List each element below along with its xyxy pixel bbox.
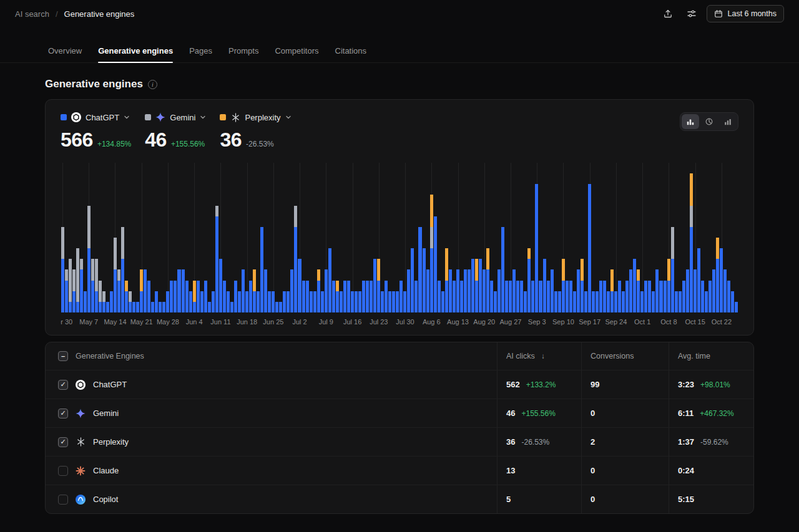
bar[interactable]: [99, 163, 102, 312]
bar[interactable]: [603, 163, 606, 312]
bar[interactable]: [426, 163, 429, 312]
bar[interactable]: [599, 163, 602, 312]
bar[interactable]: [106, 163, 109, 312]
bar[interactable]: [238, 163, 241, 312]
bar[interactable]: [234, 163, 237, 312]
engine-selector-perplexity[interactable]: Perplexity: [220, 112, 291, 122]
bar[interactable]: [290, 163, 293, 312]
bar[interactable]: [313, 163, 316, 312]
bar[interactable]: [577, 163, 580, 312]
bar[interactable]: [607, 163, 610, 312]
bar[interactable]: [125, 163, 128, 312]
bar[interactable]: [310, 163, 313, 312]
tab-generative-engines[interactable]: Generative engines: [98, 41, 173, 62]
bar[interactable]: [490, 163, 493, 312]
bar[interactable]: [640, 163, 644, 312]
bar[interactable]: [136, 163, 139, 312]
claude-checkbox[interactable]: [58, 466, 68, 476]
bar[interactable]: [633, 163, 636, 312]
tab-overview[interactable]: Overview: [48, 41, 82, 62]
donut-chart-toggle[interactable]: [700, 114, 718, 129]
bar[interactable]: [652, 163, 655, 312]
bar[interactable]: [625, 163, 629, 312]
bar[interactable]: [655, 163, 659, 312]
bar[interactable]: [535, 163, 538, 312]
bar[interactable]: [460, 163, 463, 312]
bar[interactable]: [396, 163, 399, 312]
filters-button[interactable]: [683, 5, 700, 22]
tab-competitors[interactable]: Competitors: [275, 41, 318, 62]
bar[interactable]: [483, 163, 486, 312]
bar[interactable]: [84, 163, 87, 312]
bar[interactable]: [694, 163, 697, 312]
bar[interactable]: [501, 163, 504, 312]
bar[interactable]: [242, 163, 245, 312]
avg-time-column-header[interactable]: Avg. time: [669, 342, 753, 370]
bar[interactable]: [471, 163, 474, 312]
bar[interactable]: [212, 163, 215, 312]
bar[interactable]: [581, 163, 584, 312]
bar[interactable]: [675, 163, 678, 312]
bar[interactable]: [283, 163, 286, 312]
bar[interactable]: [667, 163, 670, 312]
bar[interactable]: [671, 163, 674, 312]
bar[interactable]: [637, 163, 640, 312]
bar[interactable]: [80, 163, 83, 312]
bar[interactable]: [121, 163, 124, 312]
bar[interactable]: [362, 163, 365, 312]
bar[interactable]: [110, 163, 113, 312]
bar[interactable]: [204, 163, 207, 312]
bar[interactable]: [414, 163, 418, 312]
bar[interactable]: [697, 163, 700, 312]
bar[interactable]: [659, 163, 662, 312]
bar[interactable]: [407, 163, 410, 312]
bar[interactable]: [453, 163, 456, 312]
bar[interactable]: [505, 163, 508, 312]
bar[interactable]: [272, 163, 275, 312]
bar[interactable]: [373, 163, 376, 312]
chatgpt-checkbox[interactable]: [58, 380, 68, 390]
bar[interactable]: [294, 163, 297, 312]
bar[interactable]: [189, 163, 192, 312]
stacked-bar-chart-toggle[interactable]: [682, 114, 699, 129]
bar[interactable]: [351, 163, 354, 312]
bar[interactable]: [385, 163, 388, 312]
bar[interactable]: [287, 163, 290, 312]
bar[interactable]: [479, 163, 482, 312]
bar[interactable]: [325, 163, 328, 312]
engine-selector-chatgpt[interactable]: ChatGPT: [61, 112, 131, 122]
bar[interactable]: [569, 163, 572, 312]
bar[interactable]: [76, 163, 79, 312]
bar[interactable]: [686, 163, 689, 312]
gemini-checkbox[interactable]: [58, 409, 68, 418]
bar[interactable]: [182, 163, 185, 312]
bar[interactable]: [223, 163, 226, 312]
bar[interactable]: [162, 163, 165, 312]
bar[interactable]: [170, 163, 173, 312]
bar[interactable]: [219, 163, 222, 312]
bar[interactable]: [596, 163, 599, 312]
bar[interactable]: [102, 163, 105, 312]
bar[interactable]: [731, 163, 734, 312]
bar[interactable]: [87, 163, 91, 312]
bar[interactable]: [302, 163, 305, 312]
bar[interactable]: [494, 163, 497, 312]
bar[interactable]: [723, 163, 727, 312]
bar[interactable]: [400, 163, 403, 312]
bar[interactable]: [321, 163, 324, 312]
bar[interactable]: [392, 163, 395, 312]
bar[interactable]: [230, 163, 233, 312]
bar[interactable]: [208, 163, 211, 312]
bar[interactable]: [524, 163, 527, 312]
bar[interactable]: [366, 163, 369, 312]
bar[interactable]: [69, 163, 72, 312]
bar[interactable]: [486, 163, 489, 312]
bar[interactable]: [328, 163, 331, 312]
bar[interactable]: [159, 163, 162, 312]
bar[interactable]: [434, 163, 437, 312]
bar[interactable]: [679, 163, 682, 312]
bar[interactable]: [65, 163, 68, 312]
bar[interactable]: [215, 163, 218, 312]
bar[interactable]: [610, 163, 614, 312]
breadcrumb-root[interactable]: AI search: [15, 9, 49, 19]
